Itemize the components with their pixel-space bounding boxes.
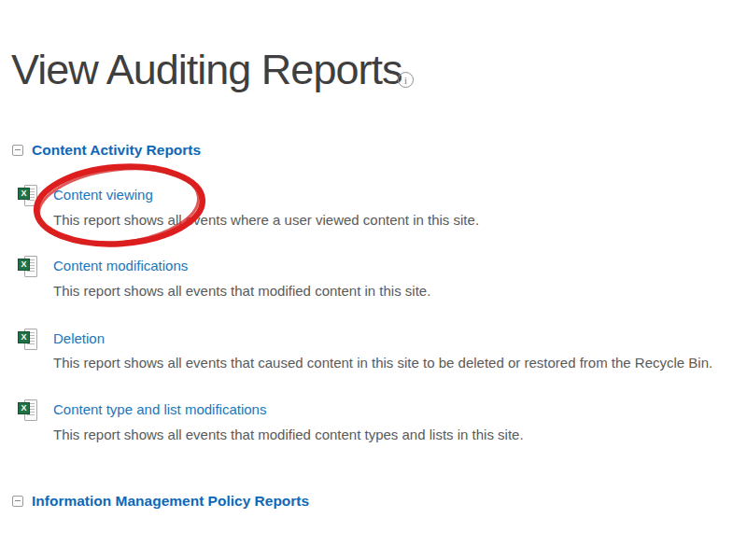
excel-green-box: X [18,331,30,343]
minus-glyph [15,149,21,150]
excel-x-glyph: X [21,189,26,198]
info-icon-glyph: i [404,75,407,86]
auditing-reports-page: View Auditing Reports i Content Activity… [0,0,747,560]
excel-green-box: X [18,259,30,271]
report-description: This report shows all events where a use… [53,212,479,228]
excel-x-glyph: X [21,259,26,269]
excel-x-glyph: X [21,332,26,342]
report-description: This report shows all events that modifi… [53,283,430,299]
excel-green-box: X [18,402,30,414]
report-description: This report shows all events that caused… [53,355,712,371]
collapse-minus-icon[interactable] [12,496,23,507]
red-circle-annotation [28,157,217,252]
excel-file-icon[interactable]: X [18,329,37,351]
excel-file-icon[interactable]: X [18,185,37,207]
info-icon[interactable]: i [398,72,414,88]
excel-file-icon[interactable]: X [18,256,37,278]
excel-green-box: X [18,188,30,200]
report-link-content-type-list-modifications[interactable]: Content type and list modifications [53,401,266,417]
report-link-content-viewing[interactable]: Content viewing [53,187,153,203]
collapse-minus-icon[interactable] [12,145,23,156]
section-header-information-management-policy[interactable]: Information Management Policy Reports [12,493,309,510]
report-link-content-modifications[interactable]: Content modifications [53,258,188,273]
section-header-content-activity[interactable]: Content Activity Reports [12,142,201,159]
excel-x-glyph: X [21,403,26,413]
report-link-deletion[interactable]: Deletion [53,330,105,346]
minus-glyph [15,500,21,501]
report-description: This report shows all events that modifi… [53,427,524,442]
section-label[interactable]: Information Management Policy Reports [32,493,309,510]
excel-file-icon[interactable]: X [18,399,37,422]
section-label[interactable]: Content Activity Reports [32,142,201,159]
page-title: View Auditing Reports [11,46,402,94]
